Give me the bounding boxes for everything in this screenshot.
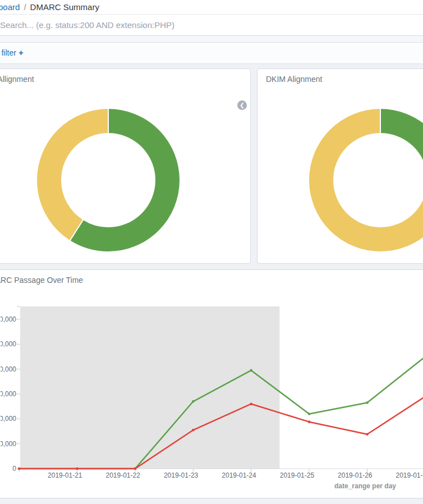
breadcrumb: Dashboard/DMARC Summary [0, 2, 99, 12]
kibana-dashboard: Dashboard/DMARC Summary Add a filter+ SP… [0, 0, 423, 504]
data-point-dmarc_fail[interactable] [366, 433, 369, 436]
x-tick-label: 2019-01-27 [396, 471, 423, 479]
data-point-dmarc_fail[interactable] [18, 468, 21, 470]
x-tick-label: 2019-01-23 [164, 471, 199, 479]
data-point-dmarc_fail[interactable] [250, 402, 252, 405]
add-filter-button[interactable]: Add a filter+ [0, 48, 24, 57]
x-axis-labels: 2019-01-212019-01-222019-01-232019-01-24… [19, 469, 423, 479]
y-tick-label: 60,000 [1, 315, 16, 323]
data-point-dmarc_fail[interactable] [308, 420, 311, 423]
y-axis-labels: 010,00020,00030,00040,00050,00060,000 [1, 306, 20, 473]
panel-spf-alignment: SPF Allignment ❮ [0, 68, 251, 264]
y-tick-label: 20,000 [1, 415, 16, 423]
y-tick-label: 10,000 [1, 440, 16, 448]
panel-title-spf: SPF Allignment [0, 75, 34, 84]
dkim-donut-chart[interactable] [307, 107, 423, 253]
data-point-dmarc_pass[interactable] [366, 401, 369, 404]
panel-title-dkim: DKIM Alignment [266, 75, 322, 84]
add-filter-label: Add a filter [0, 48, 16, 57]
time-filter-shaded-region [20, 306, 279, 469]
search-input[interactable] [0, 15, 423, 35]
data-point-dmarc_pass[interactable] [192, 400, 195, 403]
x-tick-label: 2019-01-21 [48, 471, 82, 479]
breadcrumb-separator: / [24, 2, 26, 12]
data-point-dmarc_pass[interactable] [250, 369, 252, 372]
y-tick-label: 40,000 [1, 365, 16, 373]
toolbar-gap [0, 36, 423, 42]
donut-ring [49, 121, 168, 240]
x-axis-title: date_range per day [334, 482, 396, 490]
dmarc-passage-line-chart[interactable]: 010,00020,00030,00040,00050,00060,000201… [1, 270, 423, 499]
y-tick-label: 50,000 [1, 340, 16, 348]
panel-dkim-alignment: DKIM Alignment [257, 68, 423, 264]
breadcrumb-current: DMARC Summary [30, 2, 99, 12]
query-bar [0, 15, 423, 36]
plus-icon: + [19, 48, 24, 57]
breadcrumb-link-dashboard[interactable]: Dashboard [0, 2, 20, 12]
y-tick-label: 30,000 [1, 390, 16, 398]
y-tick-label: 0 [12, 465, 16, 473]
x-tick-label: 2019-01-24 [222, 471, 256, 479]
data-point-dmarc_fail[interactable] [192, 429, 195, 432]
filter-bar: Add a filter+ [0, 42, 423, 64]
legend-toggle-icon[interactable]: ❮ [237, 100, 247, 110]
spf-donut-chart[interactable] [35, 107, 181, 253]
donut-ring [321, 121, 423, 240]
breadcrumb-row: Dashboard/DMARC Summary [0, 0, 423, 15]
x-tick-label: 2019-01-25 [280, 471, 315, 479]
data-point-dmarc_fail[interactable] [134, 468, 137, 470]
x-tick-label: 2019-01-22 [106, 471, 141, 479]
data-point-dmarc_pass[interactable] [308, 413, 311, 415]
x-tick-label: 2019-01-26 [338, 471, 373, 479]
panel-dmarc-passage: DMARC Passage Over Time 010,00020,00030,… [0, 269, 423, 498]
data-point-dmarc_fail[interactable] [76, 468, 79, 470]
